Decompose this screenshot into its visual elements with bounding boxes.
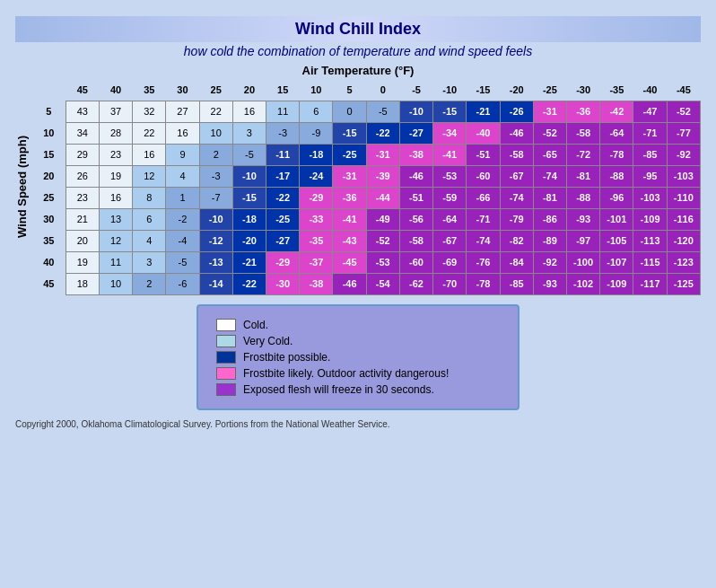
wind-chill-cell: -102 bbox=[567, 273, 600, 294]
wind-chill-cell: -29 bbox=[300, 187, 333, 208]
wind-chill-cell: -52 bbox=[366, 230, 399, 251]
wind-chill-cell: -20 bbox=[232, 230, 266, 251]
wind-chill-cell: 4 bbox=[133, 230, 166, 251]
wind-chill-cell: -71 bbox=[633, 122, 667, 144]
wind-chill-cell: -18 bbox=[232, 208, 266, 230]
wind-chill-cell: -17 bbox=[266, 165, 300, 187]
air-temp-header: 5 bbox=[333, 79, 366, 101]
wind-chill-cell: -125 bbox=[667, 273, 700, 294]
wind-chill-cell: 12 bbox=[99, 230, 132, 251]
wind-chill-cell: -64 bbox=[433, 208, 467, 230]
wind-chill-cell: -109 bbox=[633, 208, 667, 230]
wind-chill-cell: -88 bbox=[567, 187, 600, 208]
wind-chill-cell: -6 bbox=[166, 273, 199, 294]
wind-chill-cell: 11 bbox=[99, 251, 132, 273]
wind-chill-cell: -74 bbox=[467, 230, 500, 251]
wind-chill-cell: -72 bbox=[567, 144, 600, 165]
wind-chill-cell: -69 bbox=[433, 251, 467, 273]
wind-chill-cell: -13 bbox=[199, 251, 232, 273]
air-temp-header: -35 bbox=[600, 79, 633, 101]
air-temp-header: 0 bbox=[366, 79, 399, 101]
table-row: 3021136-2-10-18-25-33-41-49-56-64-71-79-… bbox=[32, 208, 701, 230]
air-temp-header: 20 bbox=[232, 79, 266, 101]
air-temp-header: -10 bbox=[433, 79, 467, 101]
wind-chill-cell: -84 bbox=[500, 251, 533, 273]
table-row: 4019113-5-13-21-29-37-45-53-60-69-76-84-… bbox=[32, 251, 701, 273]
wind-speed-value: 10 bbox=[32, 122, 65, 144]
wind-chill-cell: 23 bbox=[99, 144, 132, 165]
wind-chill-cell: -46 bbox=[500, 122, 533, 144]
wind-chill-cell: 9 bbox=[166, 144, 199, 165]
wind-chill-cell: 3 bbox=[133, 251, 166, 273]
wind-chill-cell: -49 bbox=[366, 208, 399, 230]
table-row: 3520124-4-12-20-27-35-43-52-58-67-74-82-… bbox=[32, 230, 701, 251]
legend-swatch bbox=[216, 367, 236, 380]
wind-chill-cell: -56 bbox=[399, 208, 432, 230]
wind-chill-cell: -116 bbox=[667, 208, 700, 230]
legend-swatch bbox=[216, 319, 236, 331]
wind-chill-cell: -109 bbox=[600, 273, 633, 294]
wind-chill-cell: -41 bbox=[333, 208, 366, 230]
wind-chill-cell: -18 bbox=[300, 144, 333, 165]
wind-chill-cell: -113 bbox=[633, 230, 667, 251]
wind-chill-cell: -105 bbox=[600, 230, 633, 251]
wind-chill-cell: -53 bbox=[433, 165, 467, 187]
legend-label: Very Cold. bbox=[243, 335, 293, 347]
wind-chill-cell: -39 bbox=[366, 165, 399, 187]
wind-chill-cell: 20 bbox=[65, 230, 99, 251]
air-temp-label: Air Temperature (°F) bbox=[15, 64, 701, 77]
main-container: Wind Chill Index how cold the combinatio… bbox=[8, 9, 708, 436]
wind-chill-cell: -103 bbox=[667, 165, 700, 187]
legend-item: Frostbite possible. bbox=[216, 351, 500, 364]
wind-chill-cell: -46 bbox=[333, 273, 366, 294]
wind-chill-cell: -95 bbox=[633, 165, 667, 187]
wind-chill-cell: 29 bbox=[65, 144, 99, 165]
wind-chill-cell: -92 bbox=[533, 251, 566, 273]
legend-label: Frostbite likely. Outdoor activity dange… bbox=[243, 367, 449, 380]
wind-chill-cell: -22 bbox=[366, 122, 399, 144]
wind-chill-cell: -52 bbox=[533, 122, 566, 144]
wind-chill-cell: 27 bbox=[166, 101, 199, 122]
wind-chill-cell: -79 bbox=[500, 208, 533, 230]
wind-chill-cell: 6 bbox=[133, 208, 166, 230]
wind-chill-cell: -42 bbox=[600, 101, 633, 122]
wind-chill-cell: -14 bbox=[199, 273, 232, 294]
wind-chill-cell: -78 bbox=[467, 273, 500, 294]
wind-chill-cell: 28 bbox=[99, 122, 132, 144]
wind-chill-cell: -67 bbox=[500, 165, 533, 187]
wind-chill-cell: -31 bbox=[366, 144, 399, 165]
air-temp-header: 40 bbox=[99, 79, 132, 101]
wind-chill-cell: -25 bbox=[333, 144, 366, 165]
wind-chill-cell: -11 bbox=[266, 144, 300, 165]
wind-chill-cell: -60 bbox=[467, 165, 500, 187]
wind-chill-cell: -58 bbox=[399, 230, 432, 251]
wind-chill-cell: -51 bbox=[467, 144, 500, 165]
wind-chill-cell: -10 bbox=[232, 165, 266, 187]
wind-chill-cell: -10 bbox=[199, 208, 232, 230]
air-temp-header: 35 bbox=[133, 79, 166, 101]
wind-chill-cell: -35 bbox=[300, 230, 333, 251]
table-row: 4518102-6-14-22-30-38-46-54-62-70-78-85-… bbox=[32, 273, 701, 294]
wind-chill-cell: -64 bbox=[600, 122, 633, 144]
wind-chill-cell: -54 bbox=[366, 273, 399, 294]
wind-chill-cell: 10 bbox=[99, 273, 132, 294]
wind-chill-cell: -71 bbox=[467, 208, 500, 230]
wind-chill-cell: -22 bbox=[266, 187, 300, 208]
wind-chill-cell: -52 bbox=[667, 101, 700, 122]
legend-item: Cold. bbox=[216, 319, 500, 331]
wind-chill-cell: -21 bbox=[467, 101, 500, 122]
wind-chill-cell: -101 bbox=[600, 208, 633, 230]
wind-chill-cell: -38 bbox=[300, 273, 333, 294]
wind-chill-cell: -60 bbox=[399, 251, 432, 273]
wind-chill-cell: -67 bbox=[433, 230, 467, 251]
wind-chill-cell: -93 bbox=[533, 273, 566, 294]
wind-chill-cell: -93 bbox=[567, 208, 600, 230]
air-temp-header: 10 bbox=[300, 79, 333, 101]
wind-chill-cell: -38 bbox=[399, 144, 432, 165]
wind-chill-cell: -88 bbox=[600, 165, 633, 187]
wind-chill-cell: -12 bbox=[199, 230, 232, 251]
air-temp-header: -15 bbox=[467, 79, 500, 101]
chart-wrapper: Wind Speed (mph) 454035302520151050-5-10… bbox=[15, 79, 701, 295]
wind-chill-cell: -89 bbox=[533, 230, 566, 251]
wind-chill-cell: 1 bbox=[166, 187, 199, 208]
